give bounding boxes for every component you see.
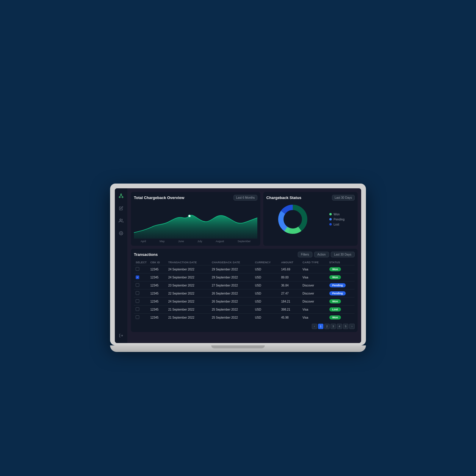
link-icon[interactable] — [118, 192, 124, 199]
row-cbk-id: 12345 — [148, 273, 166, 281]
row-card-type: Discover — [301, 289, 328, 298]
svg-line-4 — [121, 195, 123, 196]
page-btn-3[interactable]: 3 — [331, 324, 336, 329]
row-card-type: Discover — [301, 281, 328, 289]
logout-icon[interactable] — [118, 332, 124, 339]
col-cbk-id: CBK ID — [148, 260, 166, 265]
row-cbk-id: 12345 — [148, 281, 166, 289]
chart-x-labels: April May June July August September — [134, 240, 257, 243]
row-checkbox[interactable] — [136, 275, 139, 279]
charts-row: Total Chargeback Overview Last 6 Months — [131, 192, 358, 246]
row-status: Lost — [328, 306, 355, 314]
row-checkbox-cell[interactable] — [134, 306, 148, 314]
donut-container — [276, 203, 309, 236]
overview-chart-card: Total Chargeback Overview Last 6 Months — [131, 192, 260, 246]
status-chart-card: Chargeback Status Last 30 Days — [263, 192, 358, 246]
row-status: Pending — [328, 281, 355, 289]
row-checkbox-cell[interactable] — [134, 281, 148, 289]
table-row: 12345 24 September 2022 29 September 202… — [134, 265, 355, 273]
label-july: July — [198, 240, 202, 243]
row-chargeback-date: 29 September 2022 — [210, 273, 253, 281]
col-amount: Amount — [279, 260, 301, 265]
legend-won: Won — [329, 213, 345, 216]
header-controls: Filters Action Last 30 Days — [298, 252, 355, 257]
svg-point-1 — [119, 197, 120, 198]
row-checkbox[interactable] — [136, 283, 139, 287]
row-card-type: Visa — [301, 306, 328, 314]
status-badge: Won — [329, 267, 341, 271]
row-transaction-date: 21 September 2022 — [166, 306, 210, 314]
overview-dropdown[interactable]: Last 6 Months — [234, 195, 258, 201]
row-currency: USD — [253, 273, 279, 281]
row-checkbox-cell[interactable] — [134, 314, 148, 322]
row-status: Won — [328, 265, 355, 273]
table-row: 12345 21 September 2022 25 September 202… — [134, 314, 355, 322]
col-card-type: Card Type — [301, 260, 328, 265]
row-checkbox[interactable] — [136, 307, 139, 311]
row-checkbox-cell[interactable] — [134, 298, 148, 306]
row-transaction-date: 23 September 2022 — [166, 281, 210, 289]
row-transaction-date: 24 September 2022 — [166, 298, 210, 306]
page-btn-5[interactable]: 5 — [343, 324, 348, 329]
row-currency: USD — [253, 289, 279, 298]
table-row: 12345 24 September 2022 29 September 202… — [134, 273, 355, 281]
row-checkbox[interactable] — [136, 299, 139, 303]
action-button[interactable]: Action — [314, 252, 329, 257]
row-currency: USD — [253, 298, 279, 306]
row-checkbox[interactable] — [136, 291, 139, 295]
prev-page-btn[interactable]: ‹ — [312, 324, 317, 329]
row-transaction-date: 24 September 2022 — [166, 273, 210, 281]
row-checkbox[interactable] — [136, 315, 139, 319]
label-september: September — [238, 240, 251, 243]
page-btn-2[interactable]: 2 — [324, 324, 330, 329]
row-checkbox-cell[interactable] — [134, 289, 148, 298]
transactions-table: Select CBK ID Transaction Date Chargebac… — [134, 260, 355, 321]
overview-chart-header: Total Chargeback Overview Last 6 Months — [134, 195, 257, 201]
chevron-left-icon: ‹ — [314, 325, 315, 328]
table-row: 12345 23 September 2022 27 September 202… — [134, 281, 355, 289]
date-filter-button[interactable]: Last 30 Days — [331, 252, 355, 257]
row-currency: USD — [253, 314, 279, 322]
settings-icon[interactable] — [118, 230, 124, 237]
laptop-wrapper: Total Chargeback Overview Last 6 Months — [110, 184, 366, 352]
row-amount: 45.98 — [279, 314, 301, 322]
svg-point-12 — [284, 211, 301, 228]
row-chargeback-date: 26 September 2022 — [210, 289, 253, 298]
row-amount: 398.21 — [279, 306, 301, 314]
status-dropdown[interactable]: Last 30 Days — [332, 195, 355, 201]
laptop-screen: Total Chargeback Overview Last 6 Months — [115, 188, 361, 343]
svg-point-6 — [120, 233, 122, 234]
svg-point-0 — [120, 194, 122, 195]
table-row: 12345 21 September 2022 25 September 202… — [134, 306, 355, 314]
table-row: 12345 24 September 2022 26 September 202… — [134, 298, 355, 306]
row-amount: 36.84 — [279, 281, 301, 289]
row-checkbox[interactable] — [136, 267, 139, 271]
row-currency: USD — [253, 265, 279, 273]
page-btn-1[interactable]: 1 — [318, 324, 323, 329]
row-amount: 145.69 — [279, 265, 301, 273]
row-transaction-date: 24 September 2022 — [166, 265, 210, 273]
page-btn-4[interactable]: 4 — [337, 324, 342, 329]
label-april: April — [141, 240, 146, 243]
transactions-card: Transactions Filters Action Last 30 Days… — [131, 249, 358, 332]
filters-button[interactable]: Filters — [298, 252, 312, 257]
row-checkbox-cell[interactable] — [134, 265, 148, 273]
pagination: ‹ 1 2 3 4 5 › — [134, 324, 355, 329]
row-cbk-id: 12345 — [148, 289, 166, 298]
row-status: Won — [328, 298, 355, 306]
area-chart-container — [134, 203, 257, 239]
status-badge: Won — [329, 275, 341, 279]
users-icon[interactable] — [118, 217, 124, 224]
edit-icon[interactable] — [118, 205, 124, 212]
col-select: Select — [134, 260, 148, 265]
table-header-row: Select CBK ID Transaction Date Chargebac… — [134, 260, 355, 265]
row-currency: USD — [253, 281, 279, 289]
row-transaction-date: 22 September 2022 — [166, 289, 210, 298]
col-status: Status — [328, 260, 355, 265]
next-page-btn[interactable]: › — [349, 324, 355, 329]
row-checkbox-cell[interactable] — [134, 273, 148, 281]
transactions-header: Transactions Filters Action Last 30 Days — [134, 252, 355, 257]
overview-chart-title: Total Chargeback Overview — [134, 195, 184, 200]
row-card-type: Discover — [301, 298, 328, 306]
row-card-type: Visa — [301, 265, 328, 273]
